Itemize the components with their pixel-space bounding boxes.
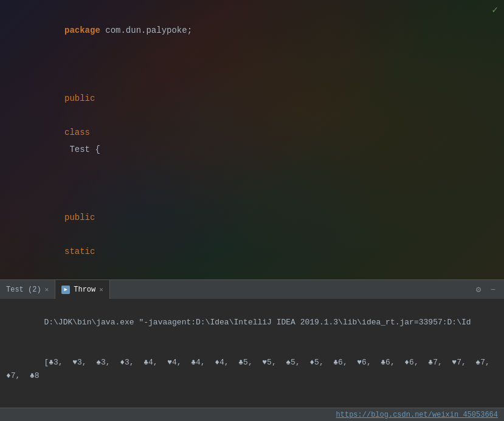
code-line: public class Test {	[0, 73, 504, 175]
code-content: public class Test {	[13, 73, 498, 175]
code-line: public static void main (String[] args) …	[0, 175, 504, 279]
tab-throw-label: Throw	[74, 286, 95, 294]
keyword: static	[64, 247, 95, 256]
code-text	[64, 230, 69, 239]
code-text: com.dun.palypoke;	[100, 26, 192, 35]
console-line-prompt: 请输入要出的牌(不用输入花色, 出多张牌用, 分开、要不起或不要请输入N)：	[6, 396, 498, 408]
code-text	[64, 196, 85, 205]
panel-tabs: Test (2) ✕ ▶ Throw ✕ ⚙ −	[0, 279, 504, 299]
code-content	[13, 56, 498, 73]
code-text: Test {	[64, 145, 100, 154]
code-content: public static void main (String[] args) …	[13, 175, 498, 279]
console-line-cmd: D:\JDK\bin\java.exe "-javaagent:D:\Idea\…	[6, 303, 498, 343]
code-content: package com.dun.palypoke;	[13, 5, 498, 56]
tab-test-label: Test (2)	[6, 286, 41, 294]
console-line-cards: [♣3, ♥3, ♠3, ♦3, ♣4, ♥4, ♣4, ♦4, ♣5, ♥5,…	[6, 343, 498, 396]
keyword-package: package	[64, 26, 100, 35]
tab-test[interactable]: Test (2) ✕	[0, 280, 55, 299]
code-text	[64, 264, 69, 273]
tab-throw-close[interactable]: ✕	[99, 286, 103, 293]
console-output: D:\JDK\bin\java.exe "-javaagent:D:\Idea\…	[0, 299, 504, 408]
tab-throw[interactable]: ▶ Throw ✕	[55, 280, 110, 299]
code-line: package com.dun.palypoke;	[0, 5, 504, 56]
settings-button[interactable]: ⚙	[472, 284, 485, 296]
tab-test-close[interactable]: ✕	[45, 286, 49, 293]
editor-area: ✓ package com.dun.palypoke; public	[0, 0, 504, 279]
status-link[interactable]: https://blog.csdn.net/weixin_45053664	[336, 411, 498, 419]
keyword: public	[64, 213, 95, 222]
tab-throw-icon: ▶	[61, 286, 70, 294]
code-text	[64, 111, 69, 120]
status-bar: https://blog.csdn.net/weixin_45053664	[0, 408, 504, 421]
keyword-class: class	[64, 128, 90, 137]
code-line	[0, 56, 504, 73]
bottom-panel: Test (2) ✕ ▶ Throw ✕ ⚙ − D:\JDK\bin\java…	[0, 279, 504, 421]
code-editor[interactable]: package com.dun.palypoke; public class T…	[0, 0, 504, 279]
minimize-button[interactable]: −	[487, 284, 499, 296]
panel-controls: ⚙ −	[472, 284, 504, 296]
keyword-public: public	[64, 94, 95, 103]
